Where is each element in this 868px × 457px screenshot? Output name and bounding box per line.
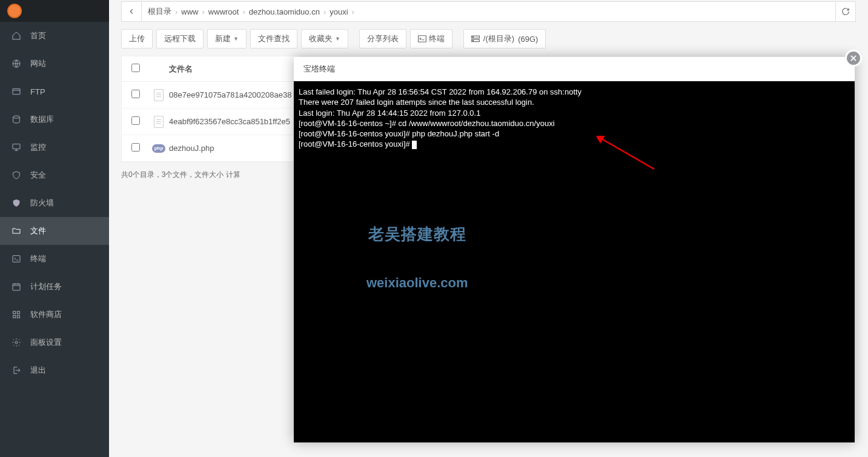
favorites-label: 收藏夹 (309, 33, 333, 44)
breadcrumb-back-button[interactable] (121, 1, 142, 22)
svg-point-2 (13, 116, 20, 118)
document-icon (154, 116, 164, 128)
sidebar-item-home[interactable]: 首页 (0, 22, 109, 50)
red-arrow-annotation (597, 136, 657, 172)
select-all-checkbox[interactable] (131, 64, 140, 72)
caret-down-icon: ▼ (233, 36, 239, 42)
terminal-label: 终端 (429, 33, 445, 44)
terminal-text: Last failed login: Thu Apr 28 16:56:54 C… (299, 87, 581, 148)
chevron-right-icon: › (352, 7, 354, 16)
terminal-button[interactable]: 终端 (410, 29, 452, 48)
sidebar-item-label: 数据库 (30, 114, 54, 125)
shield-icon (11, 170, 22, 181)
breadcrumb-segment[interactable]: dezhou.taomiduo.cn (249, 7, 320, 16)
sidebar-item-monitor[interactable]: 监控 (0, 133, 109, 161)
sidebar-server-row[interactable] (0, 0, 109, 22)
file-row-checkbox[interactable] (131, 143, 140, 152)
disk-root-button[interactable]: /(根目录) (69G) (463, 29, 546, 48)
database-icon (11, 114, 22, 125)
globe-icon (11, 58, 22, 69)
file-row-checkbox[interactable] (131, 90, 140, 98)
terminal-modal: 宝塔终端 Last failed login: Thu Apr 28 16:56… (294, 57, 855, 192)
sidebar-item-label: 网站 (30, 58, 46, 69)
breadcrumb-segment[interactable]: wwwroot (208, 7, 239, 16)
disk-root-label: /(根目录) (483, 33, 514, 44)
ftp-icon (11, 86, 22, 97)
svg-point-14 (472, 37, 473, 38)
home-icon (11, 30, 22, 41)
sidebar-item-firewall[interactable]: 防火墙 (0, 189, 109, 192)
new-button[interactable]: 新建 ▼ (207, 29, 247, 48)
breadcrumb-refresh-button[interactable] (835, 1, 856, 22)
sidebar-item-shield[interactable]: 安全 (0, 161, 109, 189)
sidebar: 首页网站FTP数据库监控安全防火墙文件终端计划任务软件商店面板设置退出 (0, 0, 109, 192)
sidebar-item-database[interactable]: 数据库 (0, 105, 109, 133)
caret-down-icon: ▼ (335, 36, 340, 42)
monitor-icon (11, 142, 22, 153)
sidebar-item-label: 首页 (30, 30, 46, 41)
chevron-right-icon: › (323, 7, 326, 16)
upload-button[interactable]: 上传 (121, 29, 153, 48)
server-avatar (7, 4, 22, 18)
breadcrumb-bar[interactable]: 根目录›www›wwwroot›dezhou.taomiduo.cn›youxi… (141, 1, 836, 22)
breadcrumb-segment[interactable]: 根目录 (148, 6, 171, 17)
chevron-right-icon: › (242, 7, 245, 16)
modal-title: 宝塔终端 (294, 57, 855, 81)
chevron-right-icon: › (175, 7, 177, 16)
modal-close-button[interactable] (845, 50, 862, 67)
svg-rect-3 (13, 144, 20, 149)
terminal-cursor (412, 141, 417, 149)
svg-point-15 (472, 40, 473, 41)
new-label: 新建 (215, 33, 231, 44)
svg-rect-1 (13, 88, 20, 94)
file-row-checkbox[interactable] (131, 116, 140, 125)
php-icon: php (152, 144, 165, 153)
terminal-output[interactable]: Last failed login: Thu Apr 28 16:56:54 C… (294, 81, 855, 192)
sidebar-item-label: 监控 (30, 142, 46, 153)
svg-rect-11 (418, 36, 426, 42)
chevron-right-icon: › (202, 7, 205, 16)
svg-line-16 (601, 139, 654, 169)
document-icon (154, 89, 164, 101)
breadcrumb-segment[interactable]: youxi (330, 7, 348, 16)
remote-download-button[interactable]: 远程下载 (156, 29, 204, 48)
sidebar-item-ftp[interactable]: FTP (0, 78, 109, 105)
share-list-button[interactable]: 分享列表 (359, 29, 406, 48)
sidebar-item-globe[interactable]: 网站 (0, 50, 109, 78)
sidebar-item-label: FTP (30, 87, 45, 96)
toolbar: 上传 远程下载 新建 ▼ 文件查找 收藏夹 ▼ 分享列表 终端 /(根目录) (… (121, 29, 856, 48)
breadcrumb-segment[interactable]: www (181, 7, 198, 16)
sidebar-item-label: 安全 (30, 170, 46, 181)
favorites-button[interactable]: 收藏夹 ▼ (301, 29, 348, 48)
disk-free-label: (69G) (518, 35, 538, 44)
breadcrumb-row: 根目录›www›wwwroot›dezhou.taomiduo.cn›youxi… (121, 1, 856, 22)
find-file-button[interactable]: 文件查找 (250, 29, 297, 48)
